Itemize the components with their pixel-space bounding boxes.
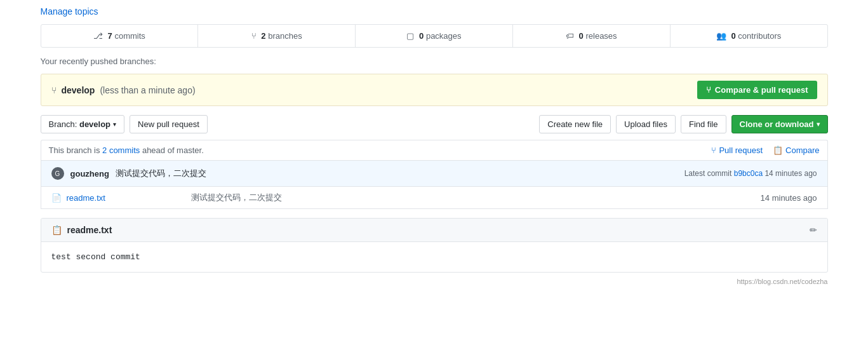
toolbar-right: Create new file Upload files Find file C… [539, 115, 827, 133]
branch-icon: ⑂ [51, 85, 57, 95]
releases-count: 0 [579, 31, 584, 41]
clone-chevron-icon: ▾ [817, 121, 820, 128]
packages-count: 0 [419, 31, 424, 41]
file-time-cell: 14 minutes ago [716, 193, 817, 203]
readme-icon: 📋 [51, 225, 62, 235]
compare-icon: 📋 [773, 145, 783, 155]
branches-label: branches [268, 31, 302, 41]
commit-message-link[interactable]: 测试提交代码，二次提交 [116, 168, 206, 179]
readme-section: 📋 readme.txt ✏ test second commit [41, 218, 828, 273]
avatar: G [51, 167, 64, 180]
toolbar-left: Branch: develop ▾ New pull request [41, 115, 208, 133]
branch-selector-button[interactable]: Branch: develop ▾ [41, 115, 125, 133]
branches-icon: ⑂ [251, 31, 257, 41]
stats-commits[interactable]: ⎇ 7 commits [41, 25, 199, 47]
file-icon: 📄 [51, 193, 62, 203]
recently-pushed-label: Your recently pushed branches: [41, 57, 828, 66]
branch-selector-label: Branch: develop [49, 119, 111, 129]
readme-header: 📋 readme.txt ✏ [41, 219, 827, 242]
file-link[interactable]: readme.txt [67, 193, 105, 203]
readme-header-left: 📋 readme.txt [51, 225, 112, 235]
ahead-commits-link[interactable]: 2 commits [102, 145, 140, 155]
readme-body: test second commit [41, 242, 827, 272]
push-banner: ⑂ develop (less than a minute ago) ⑂ Com… [41, 74, 828, 106]
commits-label: commits [114, 31, 145, 41]
commit-row-right: Latest commit b9bc0ca 14 minutes ago [684, 169, 817, 178]
branch-info-row: This branch is 2 commits ahead of master… [41, 140, 828, 160]
branch-info-right: ⑂ Pull request 📋 Compare [711, 145, 819, 155]
file-message-cell: 测试提交代码，二次提交 [191, 192, 716, 203]
new-pull-request-button[interactable]: New pull request [130, 115, 208, 133]
readme-content: test second commit [51, 252, 140, 262]
stats-branches[interactable]: ⑂ 2 branches [198, 25, 356, 47]
current-branch-name: develop [79, 119, 110, 129]
file-row: 📄 readme.txt 测试提交代码，二次提交 14 minutes ago [41, 186, 828, 209]
create-new-file-button[interactable]: Create new file [539, 115, 611, 133]
stats-releases[interactable]: 🏷 0 releases [513, 25, 671, 47]
commits-icon: ⎇ [93, 31, 103, 41]
commits-count: 7 [108, 31, 112, 41]
releases-label: releases [585, 31, 617, 41]
file-name-cell: 📄 readme.txt [51, 193, 191, 203]
manage-topics-section: Manage topics [41, 6, 828, 17]
footer-url: https://blog.csdn.net/codezha [737, 278, 827, 285]
readme-filename: readme.txt [67, 225, 112, 235]
commit-row-left: G gouzheng 测试提交代码，二次提交 [51, 167, 206, 180]
stats-bar: ⎇ 7 commits ⑂ 2 branches ▢ 0 packages 🏷 … [41, 24, 828, 48]
commit-hash-link[interactable]: b9bc0ca [734, 169, 763, 178]
packages-label: packages [426, 31, 462, 41]
branches-count: 2 [261, 31, 265, 41]
stats-contributors[interactable]: 👥 0 contributors [671, 25, 827, 47]
contributors-icon: 👥 [716, 31, 726, 41]
push-time-ago: (less than a minute ago) [100, 85, 195, 95]
compare-pr-icon: ⑂ [706, 85, 711, 95]
pull-request-icon: ⑂ [711, 145, 716, 155]
develop-branch-link[interactable]: develop [62, 85, 95, 95]
commit-row: G gouzheng 测试提交代码，二次提交 Latest commit b9b… [41, 160, 828, 186]
contributors-label: contributors [738, 31, 781, 41]
stats-packages[interactable]: ▢ 0 packages [356, 25, 513, 47]
toolbar-row: Branch: develop ▾ New pull request Creat… [41, 115, 828, 133]
branch-ahead-text: This branch is 2 commits ahead of master… [49, 145, 204, 155]
manage-topics-link[interactable]: Manage topics [41, 6, 98, 17]
chevron-down-icon: ▾ [113, 121, 116, 128]
compare-pull-request-button[interactable]: ⑂ Compare & pull request [697, 81, 817, 99]
contributors-count: 0 [731, 31, 736, 41]
page-footer: https://blog.csdn.net/codezha [41, 278, 828, 285]
pull-request-link[interactable]: ⑂ Pull request [711, 145, 763, 155]
releases-icon: 🏷 [566, 31, 574, 41]
edit-icon[interactable]: ✏ [810, 225, 817, 235]
clone-or-download-button[interactable]: Clone or download ▾ [731, 115, 828, 133]
upload-files-button[interactable]: Upload files [616, 115, 676, 133]
push-banner-left: ⑂ develop (less than a minute ago) [51, 85, 196, 95]
packages-icon: ▢ [406, 31, 414, 41]
find-file-button[interactable]: Find file [681, 115, 726, 133]
compare-link[interactable]: 📋 Compare [773, 145, 819, 155]
commit-author-link[interactable]: gouzheng [70, 169, 109, 179]
